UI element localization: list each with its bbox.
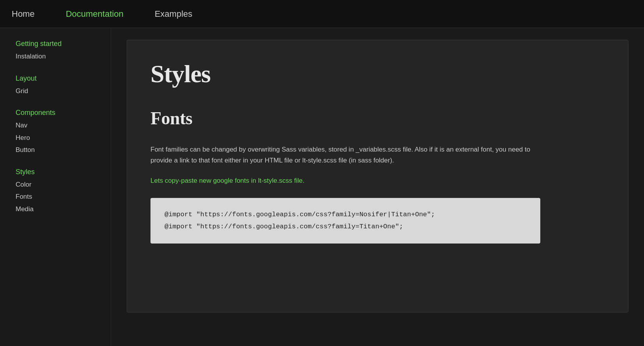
sidebar: Getting started Instalation Layout Grid … <box>0 28 111 346</box>
sidebar-group-title-styles[interactable]: Styles <box>16 168 103 176</box>
sidebar-item-media[interactable]: Media <box>16 203 103 215</box>
sidebar-item-nav[interactable]: Nav <box>16 119 103 132</box>
sidebar-item-instalation[interactable]: Instalation <box>16 50 103 63</box>
content-area: Styles Fonts Font families can be change… <box>111 28 644 346</box>
page-title: Styles <box>150 60 605 88</box>
sidebar-item-button[interactable]: Button <box>16 144 103 156</box>
code-line-2: @import "https://fonts.googleapis.com/cs… <box>165 221 526 233</box>
sidebar-group-getting-started: Getting started Instalation <box>16 40 103 63</box>
sidebar-group-title-layout[interactable]: Layout <box>16 74 103 83</box>
description-paragraph-1: Font families can be changed by overwrit… <box>150 144 540 166</box>
nav-documentation[interactable]: Documentation <box>66 7 124 21</box>
sidebar-item-hero[interactable]: Hero <box>16 132 103 144</box>
sidebar-item-grid[interactable]: Grid <box>16 85 103 97</box>
sidebar-group-title-components[interactable]: Components <box>16 109 103 117</box>
sidebar-group-title-getting-started[interactable]: Getting started <box>16 40 103 48</box>
sidebar-group-styles: Styles Color Fonts Media <box>16 168 103 215</box>
description-paragraph-2: Lets copy-paste new google fonts in lt-s… <box>150 175 605 186</box>
sidebar-item-color[interactable]: Color <box>16 178 103 191</box>
sidebar-group-layout: Layout Grid <box>16 74 103 97</box>
content-card: Styles Fonts Font families can be change… <box>127 40 628 312</box>
nav-examples[interactable]: Examples <box>155 7 193 21</box>
top-nav: Home Documentation Examples <box>0 0 644 28</box>
nav-home[interactable]: Home <box>12 7 35 21</box>
code-line-1: @import "https://fonts.googleapis.com/cs… <box>165 209 526 221</box>
sidebar-item-fonts[interactable]: Fonts <box>16 191 103 203</box>
main-layout: Getting started Instalation Layout Grid … <box>0 28 644 346</box>
sidebar-group-components: Components Nav Hero Button <box>16 109 103 156</box>
code-block: @import "https://fonts.googleapis.com/cs… <box>150 198 540 244</box>
section-title-fonts: Fonts <box>150 108 605 129</box>
